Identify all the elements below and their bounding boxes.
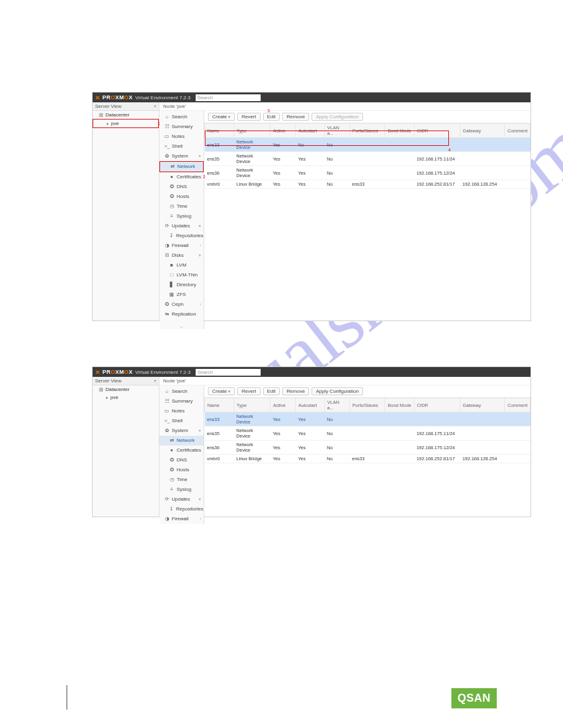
col-type[interactable]: Type — [234, 124, 270, 138]
nav-network[interactable]: ⇄Network — [159, 161, 204, 172]
nav-repositories[interactable]: ↧Repositories — [159, 231, 204, 241]
nav-certificates[interactable]: ●Certificates — [159, 446, 204, 455]
nav-firewall[interactable]: ◑Firewall› — [159, 241, 204, 251]
col-name[interactable]: Name — [205, 398, 234, 412]
col-name[interactable]: Name — [205, 124, 234, 138]
col-comment[interactable]: Comment — [505, 398, 530, 412]
nav-time[interactable]: ◷Time — [159, 202, 204, 211]
tree-node-pve[interactable]: pve — [93, 119, 159, 128]
zfs-icon: ▦ — [169, 291, 174, 298]
search-input[interactable]: Search — [196, 369, 261, 376]
tree-datacenter[interactable]: Datacenter — [93, 385, 159, 393]
server-view-header[interactable]: Server View ▾ — [93, 102, 159, 111]
col-gateway[interactable]: Gateway — [460, 398, 505, 412]
nav-lvm[interactable]: ■LVM — [159, 260, 204, 270]
table-row[interactable]: ens36Network DeviceYesYesNo192.168.175.1… — [205, 166, 530, 180]
table-row[interactable]: ens33Network DeviceYesNoNo — [205, 138, 530, 152]
table-row[interactable]: ens35Network DeviceYesYesNo192.168.175.1… — [205, 152, 530, 166]
cell-autostart: Yes — [296, 427, 324, 441]
table-row[interactable]: ens33Network DeviceYesYesNo — [205, 412, 530, 427]
cell-cidr — [414, 138, 460, 152]
cell-type: Linux Bridge — [234, 180, 270, 189]
annotation-2: 2 — [203, 175, 205, 179]
col-bond[interactable]: Bond Mode — [385, 124, 414, 138]
nav-replication[interactable]: ⇆Replication — [159, 309, 204, 319]
revert-button[interactable]: Revert — [237, 113, 261, 121]
datacenter-icon — [99, 387, 104, 392]
col-vlan[interactable]: VLAN a... — [324, 124, 350, 138]
col-gateway[interactable]: Gateway — [460, 124, 505, 138]
nav-time[interactable]: ◷Time — [159, 475, 204, 485]
summary-icon: ☷ — [164, 123, 169, 131]
nav-dns[interactable]: ✪DNS — [159, 455, 204, 465]
repo-icon: ↧ — [169, 232, 174, 240]
nav-syslog[interactable]: ≡Syslog — [159, 211, 204, 221]
nav-updates[interactable]: ⟳Updates▾ — [159, 495, 204, 504]
cell-type: Network Device — [234, 152, 270, 166]
nav-lvm-thin[interactable]: □LVM-Thin — [159, 270, 204, 280]
search-input[interactable]: Search — [196, 94, 261, 101]
table-row[interactable]: vmbr0Linux BridgeYesYesNoens33192.168.25… — [205, 455, 530, 463]
table-row[interactable]: vmbr0Linux BridgeYesYesNoens33192.168.25… — [205, 180, 530, 189]
nav-shell[interactable]: >_Shell — [159, 416, 204, 426]
revert-button[interactable]: Revert — [237, 387, 261, 395]
nav-ceph[interactable]: ✪Ceph› — [159, 300, 204, 309]
col-active[interactable]: Active — [270, 398, 296, 412]
cell-bond — [385, 166, 414, 180]
server-view-header[interactable]: Server View ▾ — [93, 377, 159, 385]
apply-config-button[interactable]: Apply Configuration — [312, 387, 363, 395]
cell-autostart: Yes — [296, 180, 324, 189]
nav-system[interactable]: ✿System▾ — [159, 426, 204, 436]
tree-datacenter[interactable]: Datacenter — [93, 111, 159, 119]
table-row[interactable]: ens35Network DeviceYesYesNo192.168.175.1… — [205, 427, 530, 441]
col-autostart[interactable]: Autostart — [296, 398, 324, 412]
nav-shell[interactable]: >_Shell — [159, 142, 204, 151]
col-autostart[interactable]: Autostart — [296, 124, 324, 138]
dns-icon: ✪ — [169, 183, 174, 191]
table-row[interactable]: ens36Network DeviceYesYesNo192.168.175.1… — [205, 441, 530, 455]
edit-button[interactable]: Edit — [263, 387, 280, 395]
create-button[interactable]: Create — [208, 113, 235, 121]
col-cidr[interactable]: CIDR — [414, 398, 460, 412]
nav-disks[interactable]: ⊟Disks▾ — [159, 251, 204, 260]
col-ports[interactable]: Ports/Slaves — [350, 398, 385, 412]
network-icon: ⇄ — [170, 163, 175, 170]
col-active[interactable]: Active — [270, 124, 296, 138]
col-cidr[interactable]: CIDR — [414, 124, 460, 138]
nav-hosts[interactable]: ✪Hosts — [159, 192, 204, 202]
nav-summary[interactable]: ☷Summary — [159, 396, 204, 406]
chevron-down-icon[interactable]: ⌄ — [159, 319, 204, 329]
col-ports[interactable]: Ports/Slaves — [350, 124, 385, 138]
col-comment[interactable]: Comment — [505, 124, 530, 138]
remove-button[interactable]: Remove — [282, 113, 309, 121]
search-icon: ⌕ — [164, 113, 169, 121]
nav-certificates[interactable]: ●Certificates — [159, 172, 204, 182]
col-vlan[interactable]: VLAN a... — [324, 398, 350, 412]
nav-firewall[interactable]: ◑Firewall› — [159, 514, 204, 524]
table-header-row: Name Type Active Autostart VLAN a... Por… — [205, 398, 530, 412]
edit-button[interactable]: Edit — [263, 113, 280, 121]
apply-config-button[interactable]: Apply Configuration — [312, 113, 363, 121]
nav-search[interactable]: ⌕Search — [159, 112, 204, 122]
nav-notes[interactable]: ▭Notes — [159, 132, 204, 142]
col-type[interactable]: Type — [234, 398, 270, 412]
nav-syslog[interactable]: ≡Syslog — [159, 485, 204, 495]
nav-summary[interactable]: ☷Summary — [159, 122, 204, 132]
tree-node-pve[interactable]: pve — [93, 393, 159, 401]
nav-system[interactable]: ✿System▾ — [159, 151, 204, 161]
nav-directory[interactable]: ▋Directory — [159, 280, 204, 290]
col-bond[interactable]: Bond Mode — [385, 398, 414, 412]
nav-updates[interactable]: ⟳Updates▾ — [159, 221, 204, 231]
nav-repositories[interactable]: ↧Repositories — [159, 504, 204, 514]
create-button[interactable]: Create — [208, 387, 235, 395]
nav-notes[interactable]: ▭Notes — [159, 406, 204, 416]
nav-network[interactable]: ⇄Network — [159, 436, 204, 446]
nav-hosts[interactable]: ✪Hosts — [159, 465, 204, 475]
cell-ports — [350, 412, 385, 427]
remove-button[interactable]: Remove — [282, 387, 309, 395]
nav-dns[interactable]: ✪DNS — [159, 182, 204, 192]
nav-zfs[interactable]: ▦ZFS — [159, 290, 204, 300]
network-table: Name Type Active Autostart VLAN a... Por… — [204, 123, 530, 189]
nav-search[interactable]: ⌕Search — [159, 387, 204, 396]
cell-type: Network Device — [234, 166, 270, 180]
